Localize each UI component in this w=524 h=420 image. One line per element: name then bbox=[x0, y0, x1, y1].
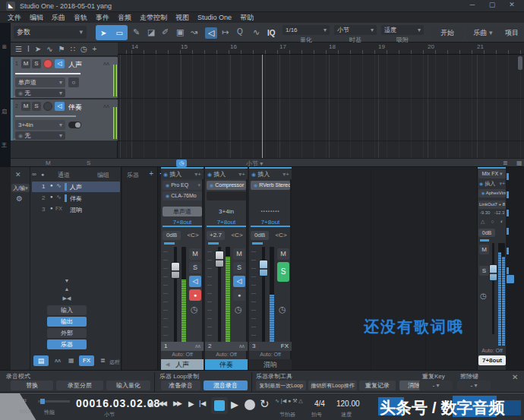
performance-thumb[interactable] bbox=[40, 399, 45, 404]
solo-button[interactable]: S bbox=[32, 102, 41, 111]
undo-all-loops-button[interactable]: 撤销所有Loop操作 bbox=[308, 381, 357, 390]
prepare-record-button[interactable]: 准备录音 bbox=[161, 381, 200, 390]
insert-header[interactable]: ◉ 插入▾+ bbox=[161, 169, 204, 179]
track-name[interactable]: 伴奏 bbox=[68, 103, 82, 112]
bank-external-button[interactable]: 外部 bbox=[47, 328, 87, 338]
eraser-tool-icon[interactable]: ◪ bbox=[147, 28, 155, 36]
automation-clock-icon[interactable]: ◷ bbox=[191, 305, 198, 314]
track-header-vocal[interactable]: 1 M S ◁ 人声 ʌʌ 单声道 ▾ ○ ◉ 无 ▾ bbox=[11, 57, 118, 98]
mixer-strip-accomp[interactable]: ◉ 插入▾+ ◉ Compressor 3+4in 7+8out +2.7 <C… bbox=[205, 167, 248, 370]
track-name[interactable]: 人声 bbox=[68, 60, 82, 70]
automation-clock-icon[interactable]: ◷ bbox=[279, 305, 286, 314]
close-button[interactable]: ✕ bbox=[504, 2, 519, 8]
tempo-display[interactable]: 120.00 bbox=[336, 399, 360, 408]
mute-tool-icon[interactable]: ▣ bbox=[176, 28, 184, 36]
track-height-icon[interactable]: I bbox=[27, 45, 30, 53]
add-insert-icon[interactable]: + bbox=[197, 171, 201, 178]
bank-up-icon[interactable]: ▲ bbox=[47, 286, 87, 292]
mute-button[interactable]: M bbox=[233, 248, 245, 260]
mix-record-button[interactable]: 混音录音 bbox=[204, 381, 248, 390]
duplicate-last-loop-button[interactable]: 复制最后一次Loop bbox=[256, 381, 306, 390]
mixer-scroll-left-icon[interactable]: ◀ bbox=[166, 362, 169, 368]
metronome-cluster[interactable]: ∿ |◀ ● ⚒ △ bbox=[275, 398, 313, 404]
bank-output-button[interactable]: 输出 bbox=[47, 317, 87, 327]
fader-handle[interactable] bbox=[259, 260, 268, 276]
menu-transport[interactable]: 走带控制 bbox=[140, 13, 167, 23]
talkback-icon[interactable]: ○ bbox=[491, 219, 494, 227]
menu-audio[interactable]: 音频 bbox=[118, 13, 131, 23]
solo-button[interactable]: S bbox=[233, 262, 245, 273]
insert-header[interactable]: ◉ 插入▾+ bbox=[249, 169, 292, 179]
start-page-button[interactable]: 开始 bbox=[431, 27, 463, 39]
play-button[interactable]: ▶ bbox=[231, 399, 238, 409]
fader-track[interactable] bbox=[492, 243, 494, 334]
song-page-button[interactable]: 乐曲 ▾ bbox=[466, 27, 500, 39]
insert-header[interactable]: ◉ 插入▾+ bbox=[478, 179, 507, 188]
fade-tool-icon[interactable]: ↦ bbox=[222, 28, 229, 36]
track-fx-dropdown[interactable]: ◉ 无 ▾ bbox=[15, 131, 65, 140]
menu-studio-one[interactable]: Studio One bbox=[197, 14, 232, 21]
gain-value[interactable]: 0dB bbox=[163, 231, 181, 240]
pan-value[interactable]: <C> bbox=[228, 231, 246, 240]
erase-key-dropdown[interactable]: - ▾ bbox=[457, 381, 491, 390]
menu-view[interactable]: 视图 bbox=[175, 13, 189, 23]
stop-button[interactable] bbox=[211, 397, 228, 414]
channel-row-vocal[interactable]: 1 ● ∿ 人声 bbox=[32, 182, 120, 192]
maximize-button[interactable]: ▢ bbox=[485, 2, 500, 8]
bank-instrument-button[interactable]: 乐器 bbox=[47, 339, 87, 349]
main-output-button[interactable]: 7+8out bbox=[478, 355, 506, 365]
prev-bar-button[interactable]: ◀ bbox=[147, 400, 153, 408]
strip-output[interactable]: 7+8out bbox=[207, 217, 246, 227]
record-arm-button[interactable]: ● bbox=[233, 289, 245, 301]
menu-help[interactable]: 帮助 bbox=[240, 13, 254, 23]
track-collapse-caret[interactable]: ⌄ bbox=[12, 135, 17, 141]
track-collapse-caret[interactable]: ⌄ bbox=[12, 93, 17, 99]
console-close-icon[interactable]: ✕ bbox=[15, 172, 21, 178]
mute-button[interactable]: M bbox=[277, 248, 289, 260]
project-page-button[interactable]: 项目 bbox=[501, 27, 522, 39]
add-instrument-icon[interactable]: + bbox=[149, 170, 153, 178]
record-arm-button[interactable] bbox=[43, 59, 52, 68]
monitor-button[interactable]: ◁ bbox=[233, 276, 245, 287]
params-dropdown[interactable]: 参数 ▾ bbox=[14, 26, 87, 39]
console-meter-icon[interactable]: ʌʌ bbox=[55, 358, 61, 364]
console-right-column[interactable] bbox=[506, 167, 524, 370]
pan-value[interactable]: <C> bbox=[184, 231, 202, 240]
solo-button[interactable]: S bbox=[479, 266, 489, 276]
mute-button[interactable]: M bbox=[479, 245, 489, 254]
snap-dropdown[interactable]: 适度 ▾ bbox=[381, 25, 424, 35]
monitor-button[interactable]: ◁ bbox=[189, 276, 201, 287]
gain-value[interactable]: 0dB bbox=[478, 229, 495, 237]
menu-track[interactable]: 音轨 bbox=[74, 13, 87, 23]
menu-edit[interactable]: 编辑 bbox=[30, 13, 43, 23]
bank-down-icon[interactable]: ▼ bbox=[47, 278, 87, 283]
mute-button[interactable]: M bbox=[21, 102, 30, 111]
insert-slot-empty[interactable] bbox=[207, 191, 246, 201]
menu-event[interactable]: 事件 bbox=[96, 13, 109, 23]
menu-song[interactable]: 乐曲 bbox=[52, 13, 65, 23]
volume-line[interactable] bbox=[15, 115, 76, 117]
playhead[interactable] bbox=[262, 55, 263, 158]
input-gain-button[interactable]: ○ bbox=[68, 77, 79, 87]
monitor-toggle[interactable] bbox=[68, 122, 81, 128]
insert-slot[interactable]: ◉ Compressor bbox=[207, 181, 246, 190]
main-out-strip[interactable]: Mix FX ▾ ◉ 插入▾+ ◉ AphexVint.. LinkOut7 +… bbox=[477, 167, 506, 370]
options-close-icon[interactable]: ✕ bbox=[512, 374, 518, 381]
record-arm-button[interactable] bbox=[43, 102, 52, 111]
automation-clock-icon[interactable]: ◷ bbox=[480, 292, 487, 300]
track-header-accomp[interactable]: 2 M S ◁ 伴奏 ʌʌ 3+4in ▾ ◉ 无 ▾ bbox=[11, 99, 118, 141]
strip-name[interactable]: 混响 bbox=[249, 359, 292, 370]
add-insert-icon[interactable]: + bbox=[502, 181, 505, 186]
track-input-dropdown[interactable]: 3+4in ▾ bbox=[15, 120, 65, 130]
timeline-ruler[interactable]: 14 15 16 17 18 19 20 21 bbox=[118, 43, 524, 55]
menu-file[interactable]: 文件 bbox=[8, 13, 21, 23]
pencil-tool-icon[interactable]: ✎ bbox=[133, 28, 140, 36]
track-input-dropdown[interactable]: 单声道 ▾ bbox=[15, 77, 65, 87]
console-filter-dropdown[interactable]: 入/输▾ bbox=[11, 184, 30, 192]
group-icon[interactable]: ∷ bbox=[71, 45, 75, 53]
timesig-display[interactable]: 4/4 bbox=[314, 399, 325, 408]
footer-list-icon[interactable]: ≣ bbox=[503, 159, 508, 166]
console-cols-icon[interactable]: ≣ bbox=[100, 358, 106, 364]
track-list-menu-icon[interactable]: ☰ bbox=[15, 45, 22, 53]
record-button[interactable] bbox=[245, 399, 255, 410]
